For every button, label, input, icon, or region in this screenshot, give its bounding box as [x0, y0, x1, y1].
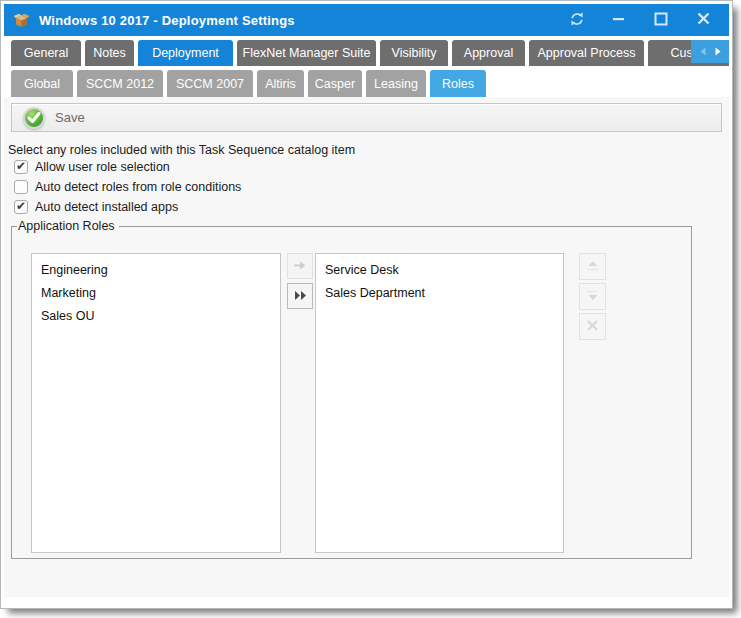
- move-all-right-button[interactable]: [287, 283, 313, 309]
- save-label: Save: [55, 110, 85, 125]
- tab-notes[interactable]: Notes: [85, 40, 134, 66]
- checkbox-label: Auto detect roles from role conditions: [35, 180, 241, 194]
- tab-flexnet-manager-suite[interactable]: FlexNet Manager Suite: [237, 40, 376, 66]
- minimize-icon: [612, 12, 626, 29]
- titlebar: Windows 10 2017 - Deployment Settings: [4, 4, 729, 36]
- tab-scroll-buttons: [691, 40, 729, 63]
- tab-altiris[interactable]: Altiris: [257, 70, 304, 97]
- double-arrow-right-icon: [294, 289, 307, 304]
- tab-deployment[interactable]: Deployment: [138, 40, 233, 66]
- move-buttons: [287, 253, 313, 309]
- save-check-icon: [23, 107, 45, 129]
- window-title: Windows 10 2017 - Deployment Settings: [39, 13, 568, 28]
- list-item-sales-ou[interactable]: Sales OU: [32, 305, 280, 328]
- tab-general[interactable]: General: [11, 40, 81, 66]
- group-title: Application Roles: [17, 219, 119, 233]
- application-roles-group: Application Roles Engineering Marketing …: [11, 219, 692, 559]
- list-item-service-desk[interactable]: Service Desk: [316, 259, 563, 282]
- save-button[interactable]: Save: [21, 105, 91, 131]
- tab-sccm-2007[interactable]: SCCM 2007: [167, 70, 253, 97]
- minimize-button[interactable]: [610, 11, 628, 29]
- list-item-sales-department[interactable]: Sales Department: [316, 282, 563, 305]
- list-item-engineering[interactable]: Engineering: [32, 259, 280, 282]
- allow-user-role-selection-checkbox[interactable]: [14, 160, 28, 174]
- x-icon: [586, 319, 599, 335]
- checkbox-row-allow-user-role-selection: Allow user role selection: [14, 157, 729, 177]
- move-down-button[interactable]: [579, 283, 606, 310]
- arrow-right-icon: [293, 259, 307, 274]
- arrow-up-icon: [585, 259, 601, 275]
- move-right-button[interactable]: [287, 253, 313, 279]
- refresh-icon: [569, 11, 585, 30]
- tab-leasing[interactable]: Leasing: [366, 70, 426, 97]
- tab-scroll-left-icon[interactable]: [700, 47, 706, 56]
- tab-approval[interactable]: Approval: [452, 40, 525, 66]
- available-roles-list[interactable]: Engineering Marketing Sales OU: [31, 253, 281, 553]
- auto-detect-roles-checkbox[interactable]: [14, 180, 28, 194]
- package-icon: [13, 13, 30, 28]
- tab-casper[interactable]: Casper: [308, 70, 362, 97]
- maximize-icon: [654, 12, 668, 29]
- checkbox-label: Allow user role selection: [35, 160, 170, 174]
- order-buttons: [579, 253, 606, 340]
- secondary-tab-bar: Global SCCM 2012 SCCM 2007 Altiris Caspe…: [4, 70, 729, 97]
- assigned-roles-list[interactable]: Service Desk Sales Department: [315, 253, 564, 553]
- refresh-button[interactable]: [568, 11, 586, 29]
- tab-approval-process[interactable]: Approval Process: [529, 40, 644, 66]
- close-icon: [697, 12, 710, 28]
- window-controls: [568, 11, 712, 29]
- tab-visibility[interactable]: Visibility: [380, 40, 448, 66]
- checkbox-row-auto-detect-installed-apps: Auto detect installed apps: [14, 197, 729, 217]
- auto-detect-installed-apps-checkbox[interactable]: [14, 200, 28, 214]
- checkbox-row-auto-detect-roles: Auto detect roles from role conditions: [14, 177, 729, 197]
- maximize-button[interactable]: [652, 11, 670, 29]
- tab-global[interactable]: Global: [11, 70, 73, 97]
- move-up-button[interactable]: [579, 253, 606, 280]
- tab-roles[interactable]: Roles: [430, 70, 486, 97]
- remove-button[interactable]: [579, 313, 606, 340]
- content-area: Save Select any roles included with this…: [4, 97, 729, 597]
- list-item-marketing[interactable]: Marketing: [32, 282, 280, 305]
- checkbox-label: Auto detect installed apps: [35, 200, 178, 214]
- primary-tab-bar: General Notes Deployment FlexNet Manager…: [4, 40, 729, 66]
- tab-sccm-2012[interactable]: SCCM 2012: [77, 70, 163, 97]
- instruction-text: Select any roles included with this Task…: [8, 143, 729, 157]
- tab-scroll-right-icon[interactable]: [715, 47, 721, 56]
- window: Windows 10 2017 - Deployment Settings: [0, 0, 733, 609]
- close-button[interactable]: [694, 11, 712, 29]
- arrow-down-icon: [585, 289, 601, 305]
- toolbar: Save: [11, 103, 722, 132]
